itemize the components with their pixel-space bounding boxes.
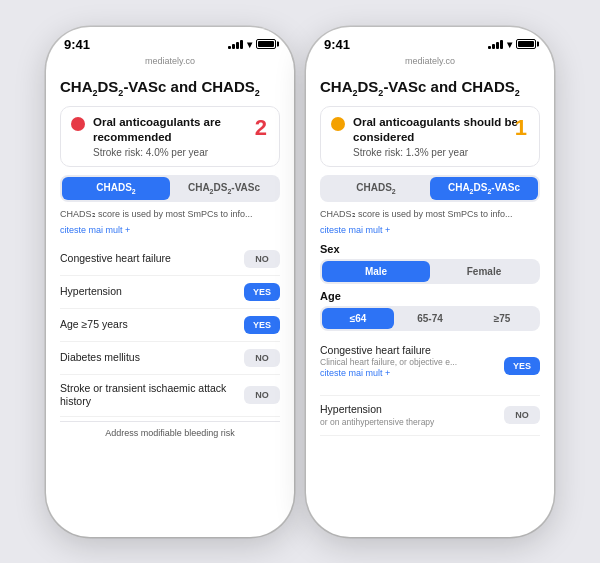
factor-row-dm-left: Diabetes mellitus NO <box>60 342 280 375</box>
phone-right: 9:41 ▾ mediately.co CHA2DS2-VASc and CHA… <box>306 27 554 537</box>
read-more-left[interactable]: citeste mai mult + <box>60 225 280 235</box>
factor-row-stroke-left: Stroke or transient ischaemic attack his… <box>60 375 280 417</box>
age-segment[interactable]: ≤64 65-74 ≥75 <box>320 306 540 331</box>
factor-label-hyp-right: Hypertension or on antihypertensive ther… <box>320 403 504 428</box>
age-le64-btn[interactable]: ≤64 <box>322 308 394 329</box>
app-title-left: CHA2DS2-VASc and CHADS2 <box>60 78 280 99</box>
status-icons-right: ▾ <box>488 39 536 50</box>
factor-name-hyp-right: Hypertension <box>320 403 504 417</box>
status-bar-left: 9:41 ▾ <box>46 27 294 56</box>
factor-row-chf-left: Congestive heart failure NO <box>60 243 280 276</box>
tab-row-left[interactable]: CHADS2 CHA2DS2-VASc <box>60 175 280 202</box>
section-label-sex: Sex <box>320 243 540 255</box>
rec-title-right: Oral anticoagulants should be considered <box>353 115 529 145</box>
status-bar-right: 9:41 ▾ <box>306 27 554 56</box>
tab-chads2-right[interactable]: CHADS2 <box>322 177 430 200</box>
status-icons-left: ▾ <box>228 39 276 50</box>
sex-segment[interactable]: Male Female <box>320 259 540 284</box>
age-65-74-btn[interactable]: 65-74 <box>394 308 466 329</box>
rec-score-left: 2 <box>255 115 267 141</box>
read-more-chf-right[interactable]: citeste mai mult + <box>320 368 504 380</box>
tab-chadsvasc-right[interactable]: CHA2DS2-VASc <box>430 177 538 200</box>
rec-score-right: 1 <box>515 115 527 141</box>
factor-btn-hyp-left[interactable]: YES <box>244 283 280 301</box>
time-right: 9:41 <box>324 37 350 52</box>
factor-row-hyp-right: Hypertension or on antihypertensive ther… <box>320 396 540 436</box>
time-left: 9:41 <box>64 37 90 52</box>
battery-icon-left <box>256 39 276 49</box>
description-left: CHADS₂ score is used by most SmPCs to in… <box>60 208 280 221</box>
tab-chads2-left[interactable]: CHADS2 <box>62 177 170 200</box>
mediately-bar-right: mediately.co <box>306 56 554 70</box>
sex-male-btn[interactable]: Male <box>322 261 430 282</box>
tab-row-right[interactable]: CHADS2 CHA2DS2-VASc <box>320 175 540 202</box>
recommendation-box-left: Oral anticoagulants are recommended Stro… <box>60 106 280 167</box>
rec-subtitle-right: Stroke risk: 1.3% per year <box>353 147 529 158</box>
wifi-icon-right: ▾ <box>507 39 512 50</box>
factor-btn-age-left[interactable]: YES <box>244 316 280 334</box>
bottom-note-left: Address modifiable bleeding risk <box>60 421 280 442</box>
signal-icon-left <box>228 39 243 49</box>
factor-btn-chf-left[interactable]: NO <box>244 250 280 268</box>
factor-label-stroke-left: Stroke or transient ischaemic attack his… <box>60 382 244 409</box>
rec-dot-right <box>331 117 345 131</box>
signal-icon-right <box>488 39 503 49</box>
factor-row-age-left: Age ≥75 years YES <box>60 309 280 342</box>
tab-chadsvasc-left[interactable]: CHA2DS2-VASc <box>170 177 278 200</box>
sex-female-btn[interactable]: Female <box>430 261 538 282</box>
rec-title-left: Oral anticoagulants are recommended <box>93 115 269 145</box>
factor-label-age-left: Age ≥75 years <box>60 318 244 332</box>
factor-btn-stroke-left[interactable]: NO <box>244 386 280 404</box>
factor-row-hyp-left: Hypertension YES <box>60 276 280 309</box>
factor-name-chf-right: Congestive heart failure <box>320 344 504 358</box>
factor-btn-hyp-right[interactable]: NO <box>504 406 540 424</box>
description-right: CHADS₂ score is used by most SmPCs to in… <box>320 208 540 221</box>
rec-text-left: Oral anticoagulants are recommended Stro… <box>93 115 269 158</box>
recommendation-box-right: Oral anticoagulants should be considered… <box>320 106 540 167</box>
factor-sublabel-chf-right: Clinical heart failure, or objective e..… <box>320 357 504 368</box>
phone-content-right: CHA2DS2-VASc and CHADS2 Oral anticoagula… <box>306 70 554 537</box>
factor-btn-dm-left[interactable]: NO <box>244 349 280 367</box>
age-ge75-btn[interactable]: ≥75 <box>466 308 538 329</box>
phone-left: 9:41 ▾ mediately.co CHA2DS2-VASc and CHA… <box>46 27 294 537</box>
phones-container: 9:41 ▾ mediately.co CHA2DS2-VASc and CHA… <box>30 11 570 553</box>
rec-dot-left <box>71 117 85 131</box>
factor-label-chf-left: Congestive heart failure <box>60 252 244 266</box>
mediately-domain-right: mediately.co <box>405 56 455 66</box>
rec-subtitle-left: Stroke risk: 4.0% per year <box>93 147 269 158</box>
factor-label-dm-left: Diabetes mellitus <box>60 351 244 365</box>
rec-text-right: Oral anticoagulants should be considered… <box>353 115 529 158</box>
phone-content-left: CHA2DS2-VASc and CHADS2 Oral anticoagula… <box>46 70 294 537</box>
wifi-icon-left: ▾ <box>247 39 252 50</box>
mediately-domain-left: mediately.co <box>145 56 195 66</box>
app-title-right: CHA2DS2-VASc and CHADS2 <box>320 78 540 99</box>
factor-btn-chf-right[interactable]: YES <box>504 357 540 375</box>
read-more-right[interactable]: citeste mai mult + <box>320 225 540 235</box>
factor-label-chf-right: Congestive heart failure Clinical heart … <box>320 344 504 388</box>
factor-sublabel-hyp-right: or on antihypertensive therapy <box>320 417 504 428</box>
section-label-age: Age <box>320 290 540 302</box>
factor-row-chf-right: Congestive heart failure Clinical heart … <box>320 337 540 396</box>
battery-icon-right <box>516 39 536 49</box>
mediately-bar-left: mediately.co <box>46 56 294 70</box>
factor-label-hyp-left: Hypertension <box>60 285 244 299</box>
